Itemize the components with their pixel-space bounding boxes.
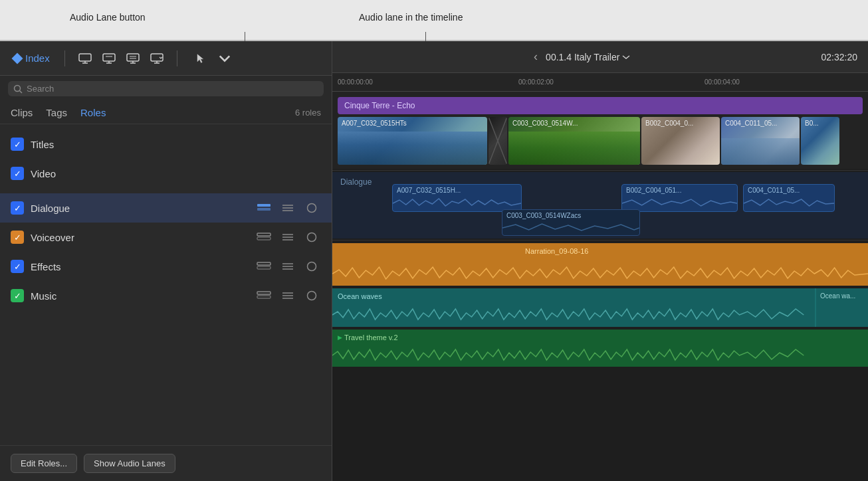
role-item-voiceover[interactable]: ✓ Voiceover [0,223,332,252]
video-clip-1[interactable] [488,117,507,165]
view-mode-3-button[interactable] [122,49,144,68]
roles-list: ✓ Titles ✓ Video ✓ Dialogue [0,124,332,445]
dialogue-lane: Dialogue A007_C032_0515H... B002_C004_05… [332,172,868,239]
tab-roles[interactable]: Roles [80,106,106,120]
role-actions-dialogue [255,201,321,215]
dialogue-lines-icon[interactable] [278,201,297,215]
video-clip-0[interactable]: A007_C032_0515HTs [338,117,487,165]
left-panel: Index [0,41,332,481]
svg-rect-24 [257,237,271,240]
project-dropdown-icon[interactable] [622,54,630,60]
role-label-music: Music [31,290,248,302]
role-label-dialogue: Dialogue [31,203,248,214]
dialogue-clip-c003[interactable]: C003_C003_0514WZacs [502,209,640,236]
video-clip-label-5: B0... [805,120,819,127]
role-item-titles[interactable]: ✓ Titles [0,130,332,159]
svg-rect-0 [79,54,91,61]
selection-tool-button[interactable] [187,49,213,68]
voiceover-lane-icon[interactable] [255,230,273,244]
index-button[interactable]: Index [8,50,55,66]
svg-rect-36 [257,296,271,298]
svg-point-28 [308,233,316,242]
dialogue-clip-3-waveform [744,197,834,210]
toolbar-divider [64,50,65,66]
role-checkbox-music: ✓ [11,289,24,302]
dialogue-clip-1[interactable]: A007_C032_0515H... [392,184,522,212]
svg-rect-18 [257,208,271,211]
ocean-waves-label-2: Ocean wa... [820,292,855,300]
voiceover-circle-icon[interactable] [302,230,321,244]
search-input[interactable] [27,84,318,94]
video-clip-5[interactable]: B0... [801,117,839,165]
ruler-mark-0: 00:00:00:00 [338,78,373,86]
travel-waveform [332,347,868,364]
video-clip-4[interactable]: C004_C011_05... [721,117,800,165]
video-clip-2[interactable]: C003_C003_0514W... [508,117,640,165]
dialogue-clip-2-label: B002_C004_051... [622,185,737,196]
view-mode-1-button[interactable] [74,49,96,68]
dialogue-clip-3[interactable]: C004_C011_05... [743,184,835,212]
selection-dropdown-button[interactable] [219,49,231,68]
svg-line-16 [20,90,23,93]
voiceover-lines-icon[interactable] [278,230,297,244]
dialogue-circle-icon[interactable] [302,201,321,215]
role-label-voiceover: Voiceover [31,232,248,243]
role-label-effects: Effects [31,261,248,272]
dialogue-clip-c003-waveform [502,222,639,234]
travel-theme-track[interactable]: ▶ Travel theme v.2 [332,330,868,367]
role-actions-music [255,288,321,303]
music-lane-icon[interactable] [255,288,273,303]
roles-count: 6 roles [295,108,321,118]
ocean-waves-clip-2[interactable]: Ocean wa... [815,288,868,327]
dialogue-clip-2-waveform [622,197,737,210]
tab-tags[interactable]: Tags [46,106,67,120]
video-clip-label-4: C004_C011_05... [725,120,777,127]
music-lines-icon[interactable] [278,288,297,303]
role-checkbox-video: ✓ [11,167,24,180]
svg-point-34 [308,262,316,271]
effects-lane-icon[interactable] [255,259,273,274]
ocean-waves-track[interactable]: Ocean waves Ocean wa... [332,288,868,327]
role-item-dialogue[interactable]: ✓ Dialogue [0,193,332,223]
role-item-music[interactable]: ✓ Music [0,281,332,310]
travel-theme-icon: ▶ [338,334,342,341]
view-mode-dropdown-button[interactable] [146,49,167,68]
effects-circle-icon[interactable] [302,259,321,274]
dialogue-clip-3-label: C004_C011_05... [744,185,834,196]
video-clip-label-3: B002_C004_0... [645,120,693,127]
tab-clips[interactable]: Clips [11,106,33,120]
audio-lane-button-icon [257,203,271,213]
svg-rect-7 [127,54,139,61]
svg-rect-23 [257,233,271,236]
role-item-video[interactable]: ✓ Video [0,159,332,188]
index-label: Index [25,52,50,64]
video-clip-3[interactable]: B002_C004_0... [641,117,720,165]
dialogue-lane-icon[interactable] [255,201,273,215]
narration-waveform [332,264,868,283]
diamond-icon [12,52,23,64]
role-label-titles: Titles [31,139,321,150]
role-item-effects[interactable]: ✓ Effects [0,252,332,281]
toolbar-divider-2 [177,50,177,66]
show-audio-lanes-button[interactable]: Show Audio Lanes [84,454,175,473]
back-chevron[interactable]: ‹ [534,50,538,64]
lane-divider-1 [332,170,868,171]
role-actions-voiceover [255,230,321,244]
timeline-ruler: 00:00:00:00 00:00:02:00 00:00:04:00 [332,73,868,92]
timeline-scroll-area[interactable]: 00:00:00:00 00:00:02:00 00:00:04:00 Cinq… [332,73,868,481]
dialogue-clip-1-label: A007_C032_0515H... [393,185,521,196]
search-input-wrap[interactable] [8,81,324,96]
dialogue-clip-2[interactable]: B002_C004_051... [621,184,738,212]
title-clip[interactable]: Cinque Terre - Echo [338,97,863,114]
tabs-row: Clips Tags Roles 6 roles [0,102,332,124]
ocean-waves-label: Ocean waves [338,292,382,300]
video-track-area: Cinque Terre - Echo A007_C032_0515HTs [332,92,868,169]
music-circle-icon[interactable] [302,288,321,303]
effects-lines-icon[interactable] [278,259,297,274]
narration-track[interactable]: Narration_09-08-16 [332,243,868,286]
view-mode-2-button[interactable] [98,49,120,68]
timeline-nav: ‹ 00.1.4 Italy Trailer [343,50,821,64]
narration-label: Narration_09-08-16 [525,247,588,255]
svg-rect-12 [151,54,163,61]
edit-roles-button[interactable]: Edit Roles... [11,454,77,473]
